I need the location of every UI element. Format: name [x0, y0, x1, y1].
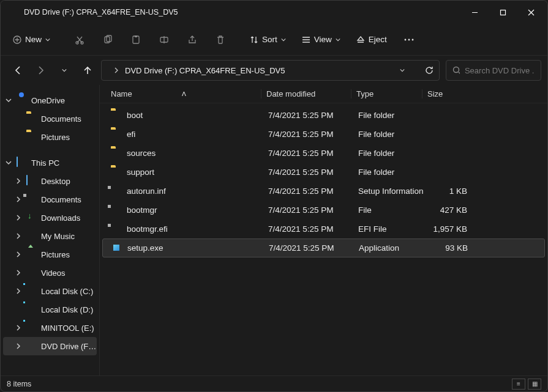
cut-button[interactable] [66, 29, 93, 51]
sidebar-item-onedrive[interactable]: OneDrive [1, 91, 99, 109]
folder-icon [111, 148, 122, 159]
pictures-icon [26, 249, 37, 260]
up-button[interactable] [80, 63, 95, 78]
new-label: New [25, 35, 42, 44]
column-headers: Nameᐱ Date modified Type Size [100, 85, 547, 103]
window-controls [460, 2, 545, 22]
delete-button[interactable] [207, 29, 234, 51]
cut-icon [75, 35, 84, 45]
chevron-right-icon[interactable] [14, 325, 23, 331]
chevron-right-icon[interactable] [14, 233, 23, 239]
ellipsis-icon [403, 35, 415, 45]
chevron-down-icon [336, 37, 340, 42]
recent-button[interactable] [57, 63, 72, 78]
copy-button[interactable] [94, 29, 121, 51]
search-input[interactable] [465, 66, 535, 75]
sidebar-item-locald[interactable]: Local Disk (D:) [1, 300, 99, 319]
file-name: efi [127, 130, 135, 139]
file-name: boot [127, 111, 143, 120]
column-name[interactable]: Nameᐱ [108, 89, 261, 98]
column-size[interactable]: Size [422, 89, 470, 98]
search-box[interactable] [446, 60, 541, 81]
svg-point-19 [404, 39, 406, 40]
sidebar-item-downloads[interactable]: Downloads [1, 209, 99, 227]
sidebar-item-dvd[interactable]: DVD Drive (F:) C [3, 337, 97, 355]
table-row[interactable]: bootmgr7/4/2021 5:25 PMFile427 KB [102, 201, 545, 220]
file-type: File folder [353, 111, 424, 120]
table-row[interactable]: autorun.inf7/4/2021 5:25 PMSetup Informa… [102, 182, 545, 201]
chevron-right-icon[interactable] [14, 251, 23, 257]
desktop-icon [26, 176, 37, 187]
file-name: sources [127, 149, 156, 158]
file-date: 7/4/2021 5:25 PM [263, 168, 353, 177]
new-button[interactable]: New [6, 29, 58, 51]
sidebar-item-localc[interactable]: Local Disk (C:) [1, 282, 99, 300]
table-row[interactable]: setup.exe7/4/2021 5:25 PMApplication93 K… [102, 239, 545, 257]
disk-icon [26, 286, 37, 297]
share-button[interactable] [179, 29, 206, 51]
sidebar-item-videos[interactable]: Videos [1, 264, 99, 282]
sidebar: OneDrive Documents Pictures This PC Desk… [1, 85, 100, 375]
view-icon [302, 35, 310, 44]
column-type[interactable]: Type [351, 89, 422, 98]
file-date: 7/4/2021 5:25 PM [263, 205, 353, 215]
back-button[interactable] [10, 63, 25, 78]
chevron-down-icon[interactable] [400, 68, 405, 73]
plus-circle-icon [13, 35, 21, 44]
address-bar[interactable]: DVD Drive (F:) CPRA_X64FRE_EN-US_DV5 [101, 60, 440, 81]
file-type: EFI File [353, 224, 424, 234]
chevron-right-icon[interactable] [14, 270, 23, 276]
titlebar: DVD Drive (F:) CPRA_X64FRE_EN-US_DV5 [1, 1, 547, 24]
view-button[interactable]: View [295, 29, 348, 51]
sort-button[interactable]: Sort [242, 29, 293, 51]
disk-icon [26, 322, 37, 333]
file-name: bootmgr [127, 205, 157, 215]
file-date: 7/4/2021 5:25 PM [263, 130, 353, 139]
chevron-down-icon[interactable] [4, 97, 13, 103]
file-type: Setup Information [353, 187, 424, 196]
chevron-right-icon[interactable] [14, 288, 23, 294]
sidebar-item-documents2[interactable]: Documents [1, 190, 99, 209]
chevron-down-icon[interactable] [4, 160, 13, 166]
details-view-button[interactable]: ≡ [512, 379, 525, 390]
close-button[interactable] [517, 2, 545, 22]
sidebar-item-thispc[interactable]: This PC [1, 153, 99, 172]
toolbar: New Sort View Eject [1, 24, 547, 56]
copy-icon [103, 35, 113, 45]
minimize-button[interactable] [460, 2, 489, 22]
table-row[interactable]: sources7/4/2021 5:25 PMFile folder [102, 144, 545, 163]
folder-icon [111, 167, 122, 178]
sidebar-item-pictures[interactable]: Pictures [1, 128, 99, 146]
file-type: Application [354, 243, 425, 253]
file-size: 1 KB [424, 187, 472, 196]
file-size: 1,957 KB [424, 224, 472, 234]
chevron-right-icon[interactable] [14, 196, 23, 202]
column-date[interactable]: Date modified [261, 89, 351, 98]
paste-button[interactable] [122, 29, 149, 51]
sidebar-item-desktop[interactable]: Desktop [1, 172, 99, 190]
sidebar-item-documents[interactable]: Documents [1, 109, 99, 128]
sidebar-item-pictures2[interactable]: Pictures [1, 245, 99, 264]
chevron-right-icon[interactable] [14, 178, 23, 184]
eject-button[interactable]: Eject [349, 29, 394, 51]
table-row[interactable]: bootmgr.efi7/4/2021 5:25 PMEFI File1,957… [102, 220, 545, 239]
eject-icon [356, 35, 365, 44]
rename-button[interactable] [151, 29, 178, 51]
maximize-button[interactable] [489, 2, 517, 22]
folder-icon [111, 129, 122, 140]
svg-rect-1 [500, 10, 505, 15]
folder-icon [26, 113, 37, 124]
forward-button[interactable] [34, 63, 48, 78]
table-row[interactable]: support7/4/2021 5:25 PMFile folder [102, 163, 545, 182]
chevron-right-icon[interactable] [14, 215, 23, 221]
table-row[interactable]: boot7/4/2021 5:25 PMFile folder [102, 106, 545, 125]
sidebar-item-mymusic[interactable]: My Music [1, 227, 99, 245]
chevron-right-icon[interactable] [14, 343, 23, 349]
table-row[interactable]: efi7/4/2021 5:25 PMFile folder [102, 125, 545, 144]
refresh-icon[interactable] [424, 65, 434, 75]
more-button[interactable] [396, 29, 422, 51]
thumbnails-view-button[interactable]: ▦ [528, 379, 541, 390]
eject-label: Eject [369, 35, 387, 44]
svg-point-21 [411, 39, 413, 40]
sidebar-item-minitool[interactable]: MINITOOL (E:) [1, 319, 99, 337]
